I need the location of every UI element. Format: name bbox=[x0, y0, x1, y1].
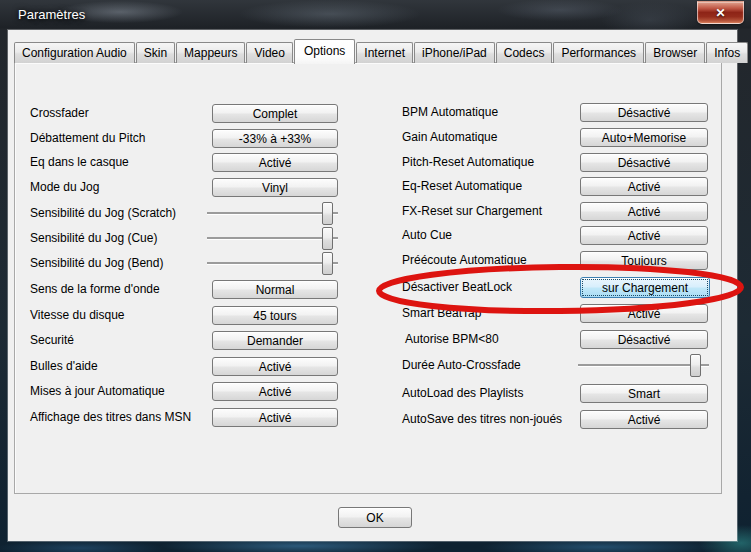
pitch-reset-button[interactable]: Désactivé bbox=[580, 153, 708, 172]
option-label: Bulles d'aide bbox=[30, 357, 98, 376]
tab-codecs[interactable]: Codecs bbox=[496, 42, 553, 63]
smart-beattap-button[interactable]: Activé bbox=[580, 304, 708, 323]
slider-track[interactable] bbox=[207, 262, 338, 264]
allow-low-bpm-button[interactable]: Désactivé bbox=[580, 330, 708, 349]
option-label: Sensibilité du Jog (Bend) bbox=[30, 254, 163, 273]
beatlock-disable-button[interactable]: sur Chargement bbox=[580, 277, 710, 298]
auto-update-button[interactable]: Activé bbox=[212, 382, 338, 401]
option-label: Smart BeatTap bbox=[402, 304, 481, 323]
jog-scratch-sensitivity-slider[interactable] bbox=[207, 202, 338, 225]
preecoute-auto-button[interactable]: Toujours bbox=[580, 251, 708, 270]
slider-track[interactable] bbox=[207, 237, 338, 239]
option-label: Sensibilité du Jog (Scratch) bbox=[30, 204, 176, 223]
tab-video[interactable]: Video bbox=[246, 42, 292, 63]
close-button[interactable]: ✕ bbox=[697, 1, 744, 24]
tab-configuration-audio[interactable]: Configuration Audio bbox=[14, 42, 135, 63]
option-label: Gain Automatique bbox=[402, 128, 497, 147]
slider-track[interactable] bbox=[207, 212, 338, 214]
option-label: Affichage des titres dans MSN bbox=[30, 408, 191, 427]
waveform-direction-button[interactable]: Normal bbox=[212, 280, 338, 299]
security-button[interactable]: Demander bbox=[212, 331, 338, 350]
option-label: Crossfader bbox=[30, 104, 89, 123]
ok-button[interactable]: OK bbox=[338, 507, 412, 528]
eq-reset-button[interactable]: Activé bbox=[580, 177, 708, 196]
tab-performances[interactable]: Performances bbox=[553, 42, 644, 63]
option-label: BPM Automatique bbox=[402, 103, 498, 122]
slider-thumb[interactable] bbox=[322, 252, 333, 275]
tab-infos[interactable]: Infos bbox=[706, 42, 748, 63]
autosave-unplayed-button[interactable]: Activé bbox=[580, 410, 708, 429]
option-label: Autorise BPM<80 bbox=[405, 330, 499, 349]
option-label: Désactiver BeatLock bbox=[402, 278, 512, 297]
slider-thumb[interactable] bbox=[690, 354, 701, 377]
option-label: AutoLoad des Playlists bbox=[402, 384, 523, 403]
window-title: Paramètres bbox=[18, 7, 85, 22]
option-label: Auto Cue bbox=[402, 226, 452, 245]
slider-thumb[interactable] bbox=[322, 227, 333, 250]
auto-crossfade-duration-slider[interactable] bbox=[578, 354, 709, 377]
option-label: AutoSave des titres non-joués bbox=[402, 410, 562, 429]
option-label: Pitch-Reset Automatique bbox=[402, 153, 534, 172]
option-label: Eq dans le casque bbox=[30, 153, 129, 172]
tab-iphone-ipad[interactable]: iPhone/iPad bbox=[414, 42, 495, 63]
option-label: Préécoute Automatique bbox=[402, 251, 527, 270]
tab-strip: Configuration Audio Skin Mappeurs Video … bbox=[14, 38, 749, 63]
tab-options[interactable]: Options bbox=[294, 39, 355, 64]
jog-cue-sensitivity-slider[interactable] bbox=[207, 227, 338, 250]
option-label: FX-Reset sur Chargement bbox=[402, 202, 542, 221]
option-label: Vitesse du disque bbox=[30, 306, 125, 325]
close-icon: ✕ bbox=[715, 7, 725, 19]
slider-thumb[interactable] bbox=[322, 202, 333, 225]
option-label: Sens de la forme d'onde bbox=[30, 280, 160, 299]
autoload-playlists-button[interactable]: Smart bbox=[580, 384, 708, 403]
option-label: Sensibilité du Jog (Cue) bbox=[30, 229, 157, 248]
dialog-client-area: Configuration Audio Skin Mappeurs Video … bbox=[8, 30, 737, 541]
option-label: Débattement du Pitch bbox=[30, 129, 145, 148]
tab-mappeurs[interactable]: Mappeurs bbox=[176, 42, 245, 63]
tab-skin[interactable]: Skin bbox=[136, 42, 175, 63]
option-label: Mises à jour Automatique bbox=[30, 382, 165, 401]
crossfader-button[interactable]: Complet bbox=[212, 104, 338, 123]
gain-auto-button[interactable]: Auto+Memorise bbox=[580, 128, 708, 147]
pitch-range-button[interactable]: -33% à +33% bbox=[212, 129, 338, 148]
auto-cue-button[interactable]: Activé bbox=[580, 226, 708, 245]
jog-mode-button[interactable]: Vinyl bbox=[212, 178, 338, 197]
option-label: Durée Auto-Crossfade bbox=[402, 356, 521, 375]
jog-bend-sensitivity-slider[interactable] bbox=[207, 252, 338, 275]
option-label: Securité bbox=[30, 331, 74, 350]
eq-headphone-button[interactable]: Activé bbox=[212, 153, 338, 172]
disc-speed-button[interactable]: 45 tours bbox=[212, 306, 338, 325]
parametres-window: Paramètres ✕ Configuration Audio Skin Ma… bbox=[0, 0, 751, 552]
tab-browser[interactable]: Browser bbox=[645, 42, 705, 63]
fx-reset-button[interactable]: Activé bbox=[580, 202, 708, 221]
msn-titles-button[interactable]: Activé bbox=[212, 408, 338, 427]
option-label: Mode du Jog bbox=[30, 178, 99, 197]
bpm-auto-button[interactable]: Désactivé bbox=[580, 103, 708, 122]
option-label: Eq-Reset Automatique bbox=[402, 177, 522, 196]
tooltips-button[interactable]: Activé bbox=[212, 357, 338, 376]
tab-internet[interactable]: Internet bbox=[356, 42, 413, 63]
